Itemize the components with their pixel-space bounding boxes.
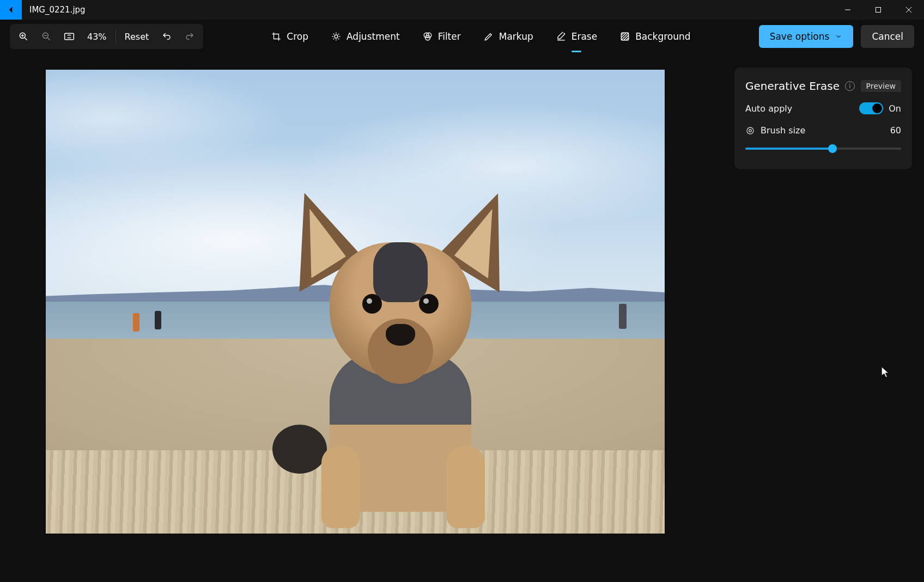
maximize-button[interactable] (863, 0, 893, 20)
auto-apply-label: Auto apply (745, 103, 792, 114)
dog-eye-right (419, 294, 439, 314)
redo-button[interactable] (178, 24, 201, 49)
zoom-in-icon (18, 31, 29, 42)
tab-markup[interactable]: Markup (484, 24, 533, 49)
markup-icon (484, 32, 494, 41)
brush-size-label: Brush size (761, 125, 805, 136)
svg-point-34 (749, 129, 752, 132)
minimize-icon (844, 7, 851, 13)
reset-button[interactable]: Reset (118, 24, 156, 49)
tab-crop-label: Crop (287, 31, 308, 42)
photo-dog (300, 191, 512, 523)
cancel-button[interactable]: Cancel (861, 25, 914, 48)
zoom-group: 43% Reset (10, 24, 203, 49)
tab-filter-label: Filter (438, 31, 461, 42)
tab-background[interactable]: Background (620, 24, 690, 49)
tab-background-label: Background (635, 31, 690, 42)
fit-button[interactable] (58, 24, 81, 49)
divider (115, 29, 116, 44)
background-icon (620, 32, 630, 41)
filter-icon (423, 32, 433, 41)
undo-button[interactable] (155, 24, 178, 49)
photo-person-1 (133, 313, 139, 332)
fit-icon (64, 32, 75, 41)
dog-tail (272, 425, 327, 474)
close-button[interactable] (893, 0, 924, 20)
tab-filter[interactable]: Filter (423, 24, 461, 49)
tab-crop[interactable]: Crop (271, 24, 308, 49)
svg-point-33 (747, 127, 753, 134)
filename-label: IMG_0221.jpg (22, 0, 93, 20)
window-controls (832, 0, 924, 20)
toolbar-tabs: Crop Adjustment Filter Markup Erase Back… (203, 24, 758, 49)
titlebar-drag-region[interactable] (93, 0, 832, 20)
auto-apply-state: On (889, 103, 901, 114)
tab-erase-label: Erase (572, 31, 597, 42)
svg-line-5 (25, 38, 27, 40)
dog-head (330, 242, 471, 378)
svg-rect-11 (65, 33, 74, 40)
slider-thumb[interactable] (828, 144, 837, 153)
redo-icon (185, 32, 194, 41)
crop-icon (271, 32, 281, 41)
arrow-left-icon (6, 5, 16, 15)
image-canvas[interactable] (46, 70, 665, 534)
minimize-button[interactable] (832, 0, 863, 20)
svg-line-29 (621, 33, 626, 38)
maximize-icon (875, 7, 882, 13)
svg-line-19 (333, 34, 335, 35)
slider-fill (745, 148, 832, 150)
auto-apply-toggle[interactable] (859, 102, 883, 114)
info-icon[interactable]: i (845, 81, 855, 91)
save-options-label: Save options (770, 31, 830, 42)
svg-line-20 (338, 39, 339, 40)
auto-apply-row: Auto apply On (745, 102, 901, 114)
tab-erase[interactable]: Erase (556, 24, 597, 49)
panel-title: Generative Erase (745, 79, 840, 93)
zoom-out-icon (41, 31, 52, 42)
undo-icon (162, 32, 172, 41)
main-area: Generative Erase i Preview Auto apply On… (0, 53, 924, 582)
erase-icon (556, 32, 566, 41)
tab-adjustment-label: Adjustment (346, 31, 400, 42)
tab-adjustment[interactable]: Adjustment (331, 24, 400, 49)
side-panel: Generative Erase i Preview Auto apply On… (722, 53, 924, 582)
photo-person-2 (155, 311, 161, 329)
title-bar: IMG_0221.jpg (0, 0, 924, 20)
chevron-down-icon (835, 33, 842, 40)
zoom-percent-label[interactable]: 43% (81, 24, 113, 49)
dog-eye-left (362, 294, 382, 314)
toolbar: 43% Reset Crop Adjustment Filter Markup (0, 20, 924, 53)
canvas-area (0, 53, 722, 582)
dog-top-fur (373, 242, 428, 302)
brush-size-row: Brush size 60 (745, 125, 901, 136)
svg-line-31 (624, 35, 629, 40)
toolbar-actions: Save options Cancel (759, 25, 914, 48)
preview-badge: Preview (861, 80, 902, 92)
svg-rect-1 (876, 8, 881, 13)
dog-nose (386, 324, 415, 346)
zoom-out-button[interactable] (35, 24, 58, 49)
svg-point-14 (335, 35, 338, 38)
close-icon (905, 7, 912, 13)
generative-erase-panel: Generative Erase i Preview Auto apply On… (734, 68, 912, 169)
svg-line-22 (338, 34, 339, 35)
brush-size-slider[interactable] (745, 142, 901, 155)
photo-person-3 (619, 304, 627, 329)
adjustment-icon (331, 32, 341, 41)
brush-size-value: 60 (890, 125, 901, 136)
back-button[interactable] (0, 0, 22, 20)
panel-title-row: Generative Erase i Preview (745, 79, 901, 93)
dog-leg-left (321, 446, 360, 528)
cancel-label: Cancel (872, 31, 903, 42)
save-options-button[interactable]: Save options (759, 25, 854, 48)
svg-line-21 (333, 39, 335, 40)
target-icon (745, 126, 755, 136)
tab-markup-label: Markup (499, 31, 533, 42)
svg-line-9 (48, 38, 50, 40)
dog-leg-right (447, 446, 485, 528)
zoom-in-button[interactable] (12, 24, 35, 49)
